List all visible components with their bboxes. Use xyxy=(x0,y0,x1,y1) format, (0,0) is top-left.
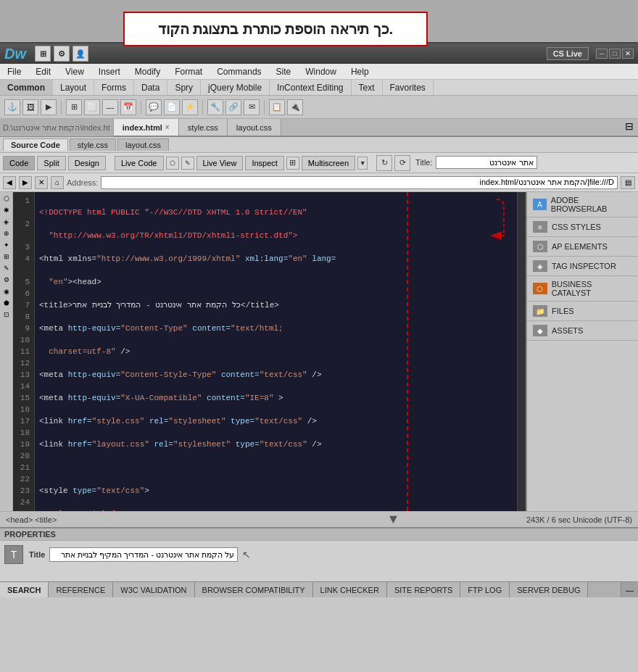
widget-icon[interactable]: 🔧 xyxy=(207,99,223,115)
bottom-tab-w3c[interactable]: W3C VALIDATION xyxy=(113,582,194,597)
margin-icon-4[interactable]: ⊕ xyxy=(4,230,9,237)
margin-icon-5[interactable]: ✦ xyxy=(4,241,9,249)
minimize-button[interactable]: ─ xyxy=(596,49,608,59)
stop-button[interactable]: ✕ xyxy=(35,176,48,189)
browserlab-label: ADOBE BROWSERLAB xyxy=(551,196,632,213)
bottom-tab-reference[interactable]: REFERENCE xyxy=(49,582,113,597)
menu-edit[interactable]: Edit xyxy=(33,65,54,78)
live-code-icon2[interactable]: ✎ xyxy=(181,157,194,170)
head-icon[interactable]: 📄 xyxy=(164,99,180,115)
home-button[interactable]: ⌂ xyxy=(51,176,64,189)
maximize-button[interactable]: □ xyxy=(609,49,621,59)
title-property-input[interactable] xyxy=(49,547,238,562)
margin-icon-2[interactable]: ✱ xyxy=(4,207,9,214)
bottom-tab-ftp[interactable]: FTP LOG xyxy=(460,582,510,597)
menu-insert[interactable]: Insert xyxy=(96,65,123,78)
file-tab-index[interactable]: index.html × xyxy=(114,119,179,136)
h-rule-icon[interactable]: — xyxy=(102,99,118,115)
tab-spry[interactable]: Spry xyxy=(167,80,201,95)
close-button[interactable]: ✕ xyxy=(622,49,634,59)
tab-layout[interactable]: Layout xyxy=(53,80,94,95)
menu-help[interactable]: Help xyxy=(348,65,372,78)
tab-common[interactable]: Common xyxy=(0,80,53,95)
tab-forms[interactable]: Forms xyxy=(94,80,134,95)
menu-view[interactable]: View xyxy=(62,65,87,78)
menu-window[interactable]: Window xyxy=(302,65,339,78)
tab-jquery[interactable]: jQuery Mobile xyxy=(201,80,270,95)
design-button[interactable]: Design xyxy=(68,156,106,170)
live-code-button[interactable]: Live Code xyxy=(115,156,164,170)
email-icon[interactable]: ✉ xyxy=(244,99,260,115)
bottom-tab-link[interactable]: LINK CHECKER xyxy=(313,582,387,597)
code-scrollbar[interactable] xyxy=(517,192,526,511)
settings-icon[interactable]: ⚙ xyxy=(54,46,70,62)
ms-dropdown[interactable]: ▼ xyxy=(357,157,368,170)
margin-icon-10[interactable]: ⬟ xyxy=(4,299,9,307)
margin-icon-1[interactable]: ⬡ xyxy=(4,195,9,202)
source-tab-style[interactable]: style.css xyxy=(70,138,116,151)
source-tab-sourcecode[interactable]: Source Code xyxy=(3,138,68,151)
title-input[interactable] xyxy=(436,156,537,169)
media-icon[interactable]: ▶ xyxy=(41,99,57,115)
panel-browserlab[interactable]: A ADOBE BROWSERLAB xyxy=(527,192,638,217)
date-icon[interactable]: 📅 xyxy=(120,99,136,115)
inspect-button[interactable]: Inspect xyxy=(245,156,283,170)
address-go-icon[interactable]: ▤ xyxy=(621,176,635,189)
margin-icon-3[interactable]: ◈ xyxy=(4,218,9,225)
filter-icon[interactable]: ⊟ xyxy=(621,119,638,136)
tab-incontext[interactable]: InContext Editing xyxy=(270,80,351,95)
margin-icon-8[interactable]: ⚙ xyxy=(4,276,9,283)
menu-file[interactable]: File xyxy=(4,65,24,78)
image-icon[interactable]: 🖼 xyxy=(22,99,38,115)
tab-data[interactable]: Data xyxy=(134,80,167,95)
refresh-icon[interactable]: ↻ xyxy=(376,155,392,171)
file-tab-layout[interactable]: layout.css xyxy=(228,119,281,136)
margin-icon-6[interactable]: ⊞ xyxy=(4,253,9,260)
bottom-tab-search[interactable]: SEARCH xyxy=(0,582,49,597)
bottom-tab-server[interactable]: SERVER DEBUG xyxy=(510,582,588,597)
address-input[interactable] xyxy=(101,176,618,189)
file-tab-index-close[interactable]: × xyxy=(165,123,170,131)
hyperlink-icon[interactable]: 🔗 xyxy=(225,99,241,115)
user-icon[interactable]: 👤 xyxy=(72,46,88,62)
bottom-tab-site[interactable]: SITE REPORTS xyxy=(387,582,460,597)
source-tab-layout[interactable]: layout.css xyxy=(117,138,169,151)
panel-files[interactable]: 📁 FILES xyxy=(527,302,638,321)
menu-format[interactable]: Format xyxy=(172,65,205,78)
menu-modify[interactable]: Modify xyxy=(132,65,163,78)
anchor-icon[interactable]: ⚓ xyxy=(4,99,20,115)
div-icon[interactable]: ⬜ xyxy=(84,99,100,115)
live-view-button[interactable]: Live View xyxy=(196,156,244,170)
cs-live-button[interactable]: CS Live xyxy=(547,47,589,60)
panel-business-catalyst[interactable]: ⬡ BUSINESS CATALYST xyxy=(527,276,638,302)
template-icon[interactable]: 📋 xyxy=(269,99,285,115)
panel-tag-inspector[interactable]: ◈ TAG INSPECTOR xyxy=(527,257,638,276)
grid-icon[interactable]: ⊞ xyxy=(35,46,51,62)
bottom-tab-end[interactable]: — xyxy=(621,582,638,597)
multiscreen-button[interactable]: Multiscreen xyxy=(302,156,355,170)
comment-icon[interactable]: 💬 xyxy=(146,99,162,115)
margin-icon-9[interactable]: ◉ xyxy=(4,288,9,295)
menu-site[interactable]: Site xyxy=(273,65,294,78)
code-button[interactable]: Code xyxy=(3,156,35,170)
menu-commands[interactable]: Commands xyxy=(214,65,264,78)
margin-icon-7[interactable]: ✎ xyxy=(4,265,9,272)
live-code-icon[interactable]: ⬡ xyxy=(166,157,179,170)
forward-button[interactable]: ▶ xyxy=(19,176,32,189)
script-icon[interactable]: ⚡ xyxy=(182,99,198,115)
split-button[interactable]: Split xyxy=(37,156,65,170)
bottom-tab-browser[interactable]: BROWSER COMPATIBILITY xyxy=(195,582,313,597)
code-content[interactable]: <!DOCTYPE html PUBLIC "-//W3C//DTD XHTML… xyxy=(35,192,517,511)
plugin-icon[interactable]: 🔌 xyxy=(287,99,303,115)
tab-favorites[interactable]: Favorites xyxy=(383,80,434,95)
table-icon[interactable]: ⊞ xyxy=(66,99,82,115)
panel-css-styles[interactable]: ≡ CSS STYLES xyxy=(527,217,638,237)
tab-text[interactable]: Text xyxy=(352,80,383,95)
panel-ap-elements[interactable]: ⬡ AP ELEMENTS xyxy=(527,237,638,257)
panel-assets[interactable]: ◆ ASSETS xyxy=(527,321,638,341)
multiscreen-icon[interactable]: ⊞ xyxy=(286,157,299,170)
back-button[interactable]: ◀ xyxy=(3,176,16,189)
margin-icon-11[interactable]: ⊡ xyxy=(4,311,9,318)
sync-icon[interactable]: ⟳ xyxy=(394,155,410,171)
file-tab-style[interactable]: style.css xyxy=(179,119,228,136)
